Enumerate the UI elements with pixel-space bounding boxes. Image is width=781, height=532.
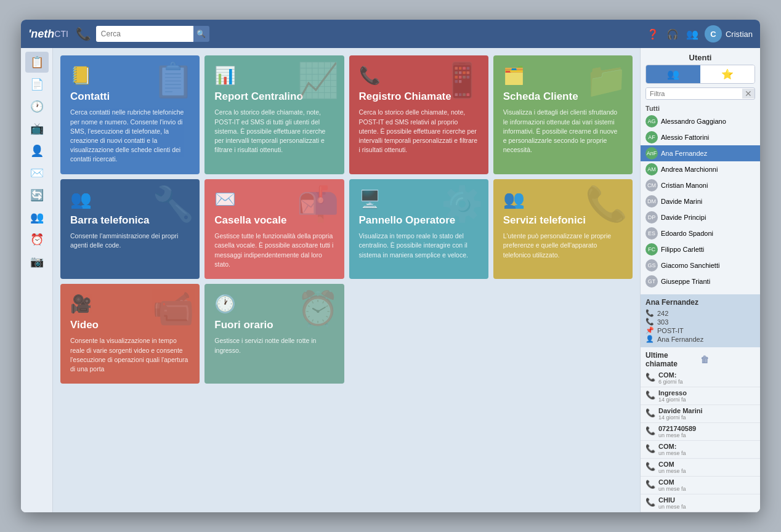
user-item-3[interactable]: AM Andrea Marchionni <box>641 161 760 177</box>
tile-pannello-desc: Visualizza in tempo reale lo stato del c… <box>359 232 479 260</box>
user-item-8[interactable]: FC Filippo Carletti <box>641 241 760 257</box>
tab-favorites[interactable]: ⭐ <box>700 65 755 83</box>
call-icon-6: 📞 <box>645 480 655 489</box>
screen-wrapper: 'nethCTI 📞 🔍 ❓ 🎧 👥 C Cristian 📋 📄 🕐 📺 👤 … <box>21 20 760 512</box>
tiles-grid: 📒 Contatti Cerca contatti nelle rubriche… <box>60 55 633 384</box>
tile-report-bg: 📈 <box>297 60 339 100</box>
call-info-3: 0721740589 un mese fa <box>658 425 755 438</box>
tile-report[interactable]: 📊 Report Centralino Cerca lo storico del… <box>204 55 344 174</box>
tile-barra-bg: 🔧 <box>152 184 195 224</box>
sidebar-item-group[interactable]: 👥 <box>25 207 49 228</box>
search-input[interactable] <box>96 26 195 42</box>
user-name-0: Alessandro Gaggiano <box>661 118 726 125</box>
call-name-0: COM: <box>658 371 755 379</box>
call-time-1: 14 giorni fa <box>658 397 755 403</box>
tile-contatti[interactable]: 📒 Contatti Cerca contatti nelle rubriche… <box>60 55 200 174</box>
right-panel: Utenti 👥 ⭐ ✕ Tutti AG Alessandro Gaggian… <box>640 48 760 512</box>
user-item-10[interactable]: GT Giuseppe Trianti <box>641 273 760 289</box>
call-item-4[interactable]: 📞 COM: un mese fa <box>641 441 760 459</box>
help-icon[interactable]: ❓ <box>647 28 659 40</box>
postit-value: POST-IT <box>657 327 684 334</box>
sidebar-item-mail[interactable]: ✉️ <box>25 163 49 183</box>
user-item-7[interactable]: ES Edoardo Spadoni <box>641 225 760 241</box>
call-name-3: 0721740589 <box>658 425 755 432</box>
call-item-5[interactable]: 📞 COM un mese fa <box>641 459 760 477</box>
call-info-1: Ingresso 14 giorni fa <box>658 389 755 403</box>
call-info-6: COM un mese fa <box>658 478 755 492</box>
filter-input[interactable] <box>646 88 742 99</box>
postit-icon: 📌 <box>645 326 654 334</box>
tile-fuori-desc: Gestisce i servizi notte delle rotte in … <box>214 336 334 355</box>
tile-fuori[interactable]: 🕐 Fuori orario Gestisce i servizi notte … <box>204 284 344 384</box>
call-item-1[interactable]: 📞 Ingresso 14 giorni fa <box>641 387 760 405</box>
tile-video[interactable]: 🎥 Video Consente la visualizzazione in t… <box>60 284 200 384</box>
contact-icon: 👤 <box>645 335 654 343</box>
sidebar-item-contacts[interactable]: 📋 <box>25 52 49 73</box>
tile-pannello[interactable]: 🖥️ Pannello Operatore Visualizza in temp… <box>349 179 488 279</box>
user-item-9[interactable]: GS Giacomo Sanchietti <box>641 257 760 273</box>
user-name-2: Ana Fernandez <box>661 150 707 157</box>
tile-scheda-bg: 📁 <box>585 60 628 100</box>
call-item-3[interactable]: 📞 0721740589 un mese fa <box>641 423 760 441</box>
user-item-1[interactable]: AF Alessio Fattorini <box>641 129 760 145</box>
sidebar-item-user[interactable]: 👤 <box>25 140 49 161</box>
call-name-7: CHIU <box>658 496 755 504</box>
tile-pannello-bg: ⚙️ <box>441 184 484 224</box>
tab-users[interactable]: 👥 <box>646 65 700 83</box>
user-name-10: Giuseppe Trianti <box>661 278 710 285</box>
tile-servizi[interactable]: 👥 Servizi telefonici L'utente può person… <box>493 179 633 279</box>
user-name-7: Edoardo Spadoni <box>661 230 713 237</box>
panel-tabs: 👥 ⭐ <box>645 65 755 84</box>
sidebar-item-timer[interactable]: ⏰ <box>25 229 49 250</box>
sidebar-item-screen[interactable]: 📺 <box>25 118 49 139</box>
tile-registro[interactable]: 📞 Registro Chiamate Cerca lo storico del… <box>349 55 488 174</box>
panel-filter: ✕ <box>645 87 755 100</box>
user-avatar-10: GT <box>645 275 658 288</box>
filter-clear-button[interactable]: ✕ <box>742 89 755 99</box>
tile-registro-bg: 📱 <box>441 60 484 100</box>
user-avatar-6: DP <box>645 211 658 224</box>
tile-report-desc: Cerca lo storico delle chiamate, note, P… <box>214 108 334 155</box>
call-name-5: COM <box>658 461 755 468</box>
contact-value: Ana Fernandez <box>657 336 703 343</box>
user-item-4[interactable]: CM Cristian Manoni <box>641 177 760 193</box>
user-name-5: Davide Marini <box>661 198 702 205</box>
user-item-0[interactable]: AG Alessandro Gaggiano <box>641 113 760 129</box>
headset-icon[interactable]: 🎧 <box>666 28 679 40</box>
username-label: Cristian <box>726 30 753 39</box>
call-item-6[interactable]: 📞 COM un mese fa <box>641 477 760 494</box>
tile-scheda-desc: Visualizza i dettagli dei clienti sfrutt… <box>503 108 623 155</box>
sidebar: 📋 📄 🕐 📺 👤 ✉️ 🔄 👥 ⏰ 📷 <box>21 48 53 512</box>
sidebar-item-history[interactable]: 🕐 <box>25 96 49 117</box>
user-menu[interactable]: C Cristian <box>705 25 753 42</box>
tile-barra-desc: Consente l'amministrazione dei propri ag… <box>70 232 190 250</box>
search-button[interactable]: 🔍 <box>193 26 209 42</box>
call-icon-7: 📞 <box>645 498 655 507</box>
user-item-5[interactable]: DM Davide Marini <box>641 193 760 209</box>
user-name-9: Giacomo Sanchietti <box>661 262 719 269</box>
sidebar-item-camera[interactable]: 📷 <box>25 251 49 272</box>
users-icon[interactable]: 👥 <box>686 28 698 40</box>
tile-casella-bg: 📬 <box>297 184 339 224</box>
call-item-7[interactable]: 📞 CHIU un mese fa <box>641 494 760 512</box>
tile-barra[interactable]: 👥 Barra telefonica Consente l'amministra… <box>60 179 200 279</box>
sidebar-item-report[interactable]: 📄 <box>25 74 49 95</box>
tile-scheda[interactable]: 🗂️ Scheda Cliente Visualizza i dettagli … <box>493 55 633 174</box>
user-item-2[interactable]: AnF Ana Fernandez <box>641 145 760 161</box>
call-item-0[interactable]: 📞 COM: 6 giorni fa <box>641 369 760 387</box>
topbar-icons: ❓ 🎧 👥 <box>647 28 698 40</box>
delete-calls-button[interactable]: 🗑 <box>700 355 755 365</box>
sidebar-item-transfer[interactable]: 🔄 <box>25 185 49 206</box>
selected-user-name: Ana Fernandez <box>645 298 755 307</box>
user-avatar-0: AG <box>645 115 658 127</box>
call-time-7: un mese fa <box>658 504 755 510</box>
call-item-2[interactable]: 📞 Davide Marini 14 giorni fa <box>641 405 760 423</box>
app-logo: 'nethCTI <box>28 28 68 41</box>
tile-servizi-bg: 📞 <box>585 184 628 224</box>
user-item-6[interactable]: DP Davide Principi <box>641 209 760 225</box>
tile-casella[interactable]: ✉️ Casella vocale Gestisce tutte le funz… <box>204 179 344 279</box>
phone-icon: 📞 <box>76 26 91 41</box>
selected-user-ext2: 📞 303 <box>645 318 755 326</box>
call-info-2: Davide Marini 14 giorni fa <box>658 407 755 421</box>
selected-user-contact: 👤 Ana Fernandez <box>645 335 755 343</box>
